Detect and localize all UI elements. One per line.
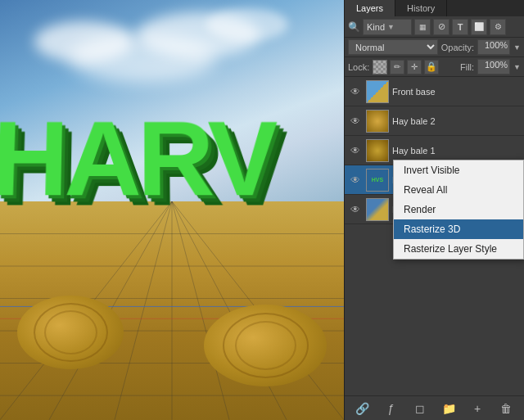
context-menu-item-rasterize-layer-style[interactable]: Rasterize Layer Style bbox=[394, 239, 523, 259]
layer-name: Front base bbox=[392, 87, 521, 97]
opacity-value[interactable]: 100% bbox=[477, 39, 510, 55]
lock-all-icon[interactable]: 🔒 bbox=[424, 60, 439, 75]
svg-line-10 bbox=[172, 201, 229, 420]
tab-layers[interactable]: Layers bbox=[345, 0, 395, 16]
layer-visibility-eye[interactable]: 👁 bbox=[348, 143, 363, 158]
harv-text: HARV bbox=[0, 106, 278, 212]
search-icon: 🔍 bbox=[348, 21, 360, 33]
layer-name: Hay bale 1 bbox=[392, 146, 521, 156]
layer-item[interactable]: 👁 Front base bbox=[345, 77, 524, 106]
opacity-chevron-icon: ▼ bbox=[513, 43, 521, 52]
lock-label: Lock: bbox=[348, 62, 369, 72]
layer-thumbnail bbox=[366, 110, 389, 133]
delete-layer-button[interactable]: 🗑 bbox=[497, 400, 515, 418]
lock-icons: ✏ ✛ 🔒 bbox=[373, 60, 439, 75]
kind-dropdown[interactable]: Kind ▼ bbox=[363, 19, 412, 35]
blend-row: Normal Multiply Screen Opacity: 100% ▼ bbox=[345, 38, 524, 57]
blend-mode-select[interactable]: Normal Multiply Screen bbox=[348, 39, 438, 55]
canvas-area: HARV bbox=[0, 0, 344, 420]
tab-history[interactable]: History bbox=[395, 0, 447, 16]
layer-visibility-eye[interactable]: 👁 bbox=[348, 202, 363, 217]
lock-position-icon[interactable]: ✛ bbox=[407, 60, 422, 75]
layer-thumbnail: HVS bbox=[366, 169, 389, 192]
layer-visibility-eye[interactable]: 👁 bbox=[348, 173, 363, 187]
context-menu-item-invert-visible[interactable]: Invert Visible bbox=[394, 160, 523, 180]
link-layers-button[interactable]: 🔗 bbox=[354, 400, 372, 418]
layer-visibility-eye[interactable]: 👁 bbox=[348, 84, 363, 99]
filter-shape-icon[interactable]: ⬜ bbox=[471, 19, 487, 35]
layer-thumbnail bbox=[366, 198, 389, 221]
svg-line-8 bbox=[115, 201, 172, 420]
layer-item[interactable]: 👁 Hay bale 2 bbox=[345, 106, 524, 136]
chevron-down-icon: ▼ bbox=[387, 23, 395, 31]
layer-visibility-eye[interactable]: 👁 bbox=[348, 114, 363, 129]
lock-transparent-icon[interactable] bbox=[373, 60, 387, 75]
tabs-bar: Layers History bbox=[345, 0, 524, 16]
filter-adjust-icon[interactable]: ⊘ bbox=[433, 19, 449, 35]
toolbar-row: 🔍 Kind ▼ ▦ ⊘ T ⬜ ⚙ bbox=[345, 16, 524, 38]
lock-pixels-icon[interactable]: ✏ bbox=[390, 60, 404, 75]
context-menu: Invert Visible Reveal All Render Rasteri… bbox=[393, 160, 524, 260]
context-menu-item-reveal-all[interactable]: Reveal All bbox=[394, 180, 523, 200]
context-menu-item-render[interactable]: Render bbox=[394, 200, 523, 219]
hay-bale-left bbox=[17, 296, 124, 369]
fill-label: Fill: bbox=[460, 62, 474, 72]
new-layer-button[interactable]: + bbox=[468, 400, 486, 418]
cloud-4 bbox=[206, 8, 288, 41]
fill-value[interactable]: 100% bbox=[477, 59, 510, 75]
add-style-button[interactable]: ƒ bbox=[382, 400, 400, 418]
layer-name: Hay bale 2 bbox=[392, 116, 521, 126]
hay-bale-right bbox=[204, 305, 327, 386]
layer-thumbnail bbox=[366, 80, 389, 103]
lock-row: Lock: ✏ ✛ 🔒 Fill: 100% ▼ bbox=[345, 57, 524, 77]
filter-text-icon[interactable]: T bbox=[452, 19, 468, 35]
new-group-button[interactable]: 📁 bbox=[440, 400, 458, 418]
fill-chevron-icon: ▼ bbox=[513, 63, 521, 71]
filter-smart-icon[interactable]: ⚙ bbox=[490, 19, 506, 35]
filter-pixel-icon[interactable]: ▦ bbox=[414, 19, 431, 35]
layer-thumbnail bbox=[366, 139, 389, 162]
context-menu-item-rasterize-3d[interactable]: Rasterize 3D bbox=[394, 219, 523, 239]
opacity-label: Opacity: bbox=[441, 43, 474, 52]
add-mask-button[interactable]: ◻ bbox=[411, 400, 429, 418]
layers-bottom-toolbar: 🔗 ƒ ◻ 📁 + 🗑 bbox=[345, 395, 524, 420]
